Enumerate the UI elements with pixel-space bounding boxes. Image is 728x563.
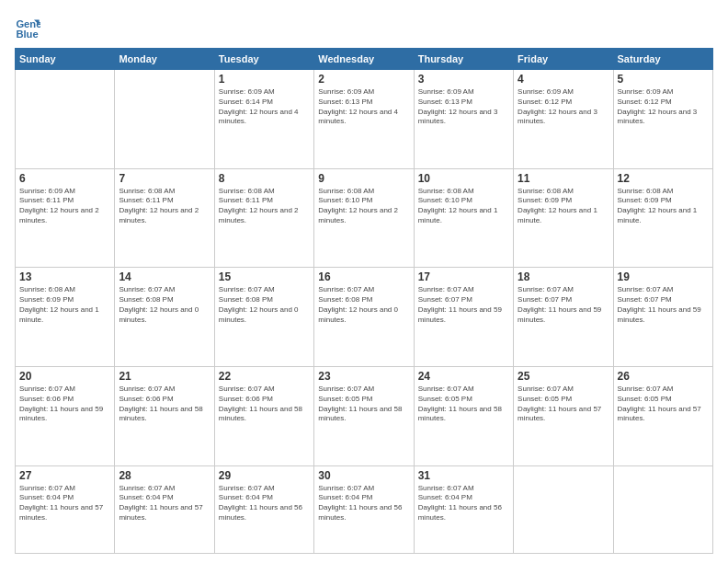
day-number: 24 (418, 370, 509, 383)
day-number: 30 (318, 469, 409, 482)
day-cell: 13Sunrise: 6:08 AM Sunset: 6:09 PM Dayli… (16, 268, 115, 367)
day-number: 9 (318, 172, 409, 185)
day-info: Sunrise: 6:07 AM Sunset: 6:05 PM Dayligh… (318, 385, 409, 424)
day-number: 6 (19, 172, 110, 185)
day-number: 12 (618, 172, 709, 185)
day-info: Sunrise: 6:07 AM Sunset: 6:06 PM Dayligh… (119, 385, 210, 424)
day-info: Sunrise: 6:07 AM Sunset: 6:08 PM Dayligh… (119, 285, 210, 325)
day-cell: 8Sunrise: 6:08 AM Sunset: 6:11 PM Daylig… (214, 168, 313, 268)
header: General Blue (15, 15, 713, 40)
day-info: Sunrise: 6:08 AM Sunset: 6:11 PM Dayligh… (119, 187, 210, 226)
day-cell: 11Sunrise: 6:08 AM Sunset: 6:09 PM Dayli… (514, 168, 613, 268)
day-number: 21 (119, 370, 210, 383)
day-number: 4 (518, 73, 609, 86)
day-info: Sunrise: 6:08 AM Sunset: 6:10 PM Dayligh… (318, 187, 409, 226)
week-row-2: 6Sunrise: 6:09 AM Sunset: 6:11 PM Daylig… (16, 168, 713, 268)
day-number: 10 (418, 172, 509, 185)
day-cell: 4Sunrise: 6:09 AM Sunset: 6:12 PM Daylig… (514, 70, 613, 169)
day-number: 15 (219, 270, 310, 283)
weekday-header-monday: Monday (115, 49, 214, 70)
day-cell (514, 465, 613, 553)
day-number: 7 (119, 172, 210, 185)
day-cell: 18Sunrise: 6:07 AM Sunset: 6:07 PM Dayli… (514, 268, 613, 367)
day-number: 8 (219, 172, 310, 185)
day-number: 1 (219, 73, 310, 86)
day-cell: 23Sunrise: 6:07 AM Sunset: 6:05 PM Dayli… (314, 366, 414, 465)
day-info: Sunrise: 6:07 AM Sunset: 6:05 PM Dayligh… (618, 385, 709, 424)
day-cell: 6Sunrise: 6:09 AM Sunset: 6:11 PM Daylig… (16, 168, 115, 268)
day-info: Sunrise: 6:07 AM Sunset: 6:04 PM Dayligh… (119, 484, 210, 523)
day-number: 2 (318, 73, 409, 86)
day-info: Sunrise: 6:07 AM Sunset: 6:04 PM Dayligh… (318, 484, 409, 523)
day-number: 29 (219, 469, 310, 482)
day-cell: 17Sunrise: 6:07 AM Sunset: 6:07 PM Dayli… (414, 268, 513, 367)
day-cell: 14Sunrise: 6:07 AM Sunset: 6:08 PM Dayli… (115, 268, 214, 367)
day-cell: 27Sunrise: 6:07 AM Sunset: 6:04 PM Dayli… (16, 465, 115, 553)
weekday-header-row: SundayMondayTuesdayWednesdayThursdayFrid… (16, 49, 713, 70)
day-number: 3 (418, 73, 509, 86)
day-info: Sunrise: 6:08 AM Sunset: 6:09 PM Dayligh… (518, 187, 609, 226)
day-cell (115, 70, 214, 169)
day-info: Sunrise: 6:09 AM Sunset: 6:12 PM Dayligh… (518, 87, 609, 127)
day-cell: 31Sunrise: 6:07 AM Sunset: 6:04 PM Dayli… (414, 465, 513, 553)
day-cell: 26Sunrise: 6:07 AM Sunset: 6:05 PM Dayli… (613, 366, 712, 465)
day-number: 31 (418, 469, 509, 482)
day-number: 25 (518, 370, 609, 383)
day-info: Sunrise: 6:09 AM Sunset: 6:13 PM Dayligh… (318, 87, 409, 127)
day-number: 17 (418, 270, 509, 283)
calendar-table: SundayMondayTuesdayWednesdayThursdayFrid… (15, 48, 713, 554)
day-number: 5 (618, 73, 709, 86)
weekday-header-thursday: Thursday (414, 49, 513, 70)
day-number: 18 (518, 270, 609, 283)
day-cell: 5Sunrise: 6:09 AM Sunset: 6:12 PM Daylig… (613, 70, 712, 169)
day-number: 22 (219, 370, 310, 383)
day-cell: 20Sunrise: 6:07 AM Sunset: 6:06 PM Dayli… (16, 366, 115, 465)
day-cell: 19Sunrise: 6:07 AM Sunset: 6:07 PM Dayli… (613, 268, 712, 367)
day-info: Sunrise: 6:07 AM Sunset: 6:04 PM Dayligh… (418, 484, 509, 523)
day-info: Sunrise: 6:09 AM Sunset: 6:13 PM Dayligh… (418, 87, 509, 127)
logo: General Blue (15, 15, 44, 40)
day-cell: 21Sunrise: 6:07 AM Sunset: 6:06 PM Dayli… (115, 366, 214, 465)
day-info: Sunrise: 6:09 AM Sunset: 6:14 PM Dayligh… (219, 87, 310, 127)
day-info: Sunrise: 6:07 AM Sunset: 6:05 PM Dayligh… (518, 385, 609, 424)
day-cell: 1Sunrise: 6:09 AM Sunset: 6:14 PM Daylig… (214, 70, 313, 169)
day-number: 14 (119, 270, 210, 283)
day-cell: 3Sunrise: 6:09 AM Sunset: 6:13 PM Daylig… (414, 70, 513, 169)
day-info: Sunrise: 6:09 AM Sunset: 6:12 PM Dayligh… (618, 87, 709, 127)
day-cell: 10Sunrise: 6:08 AM Sunset: 6:10 PM Dayli… (414, 168, 513, 268)
day-cell: 15Sunrise: 6:07 AM Sunset: 6:08 PM Dayli… (214, 268, 313, 367)
weekday-header-wednesday: Wednesday (314, 49, 414, 70)
day-info: Sunrise: 6:08 AM Sunset: 6:11 PM Dayligh… (219, 187, 310, 226)
page: General Blue SundayMondayTuesdayWednesda… (0, 0, 728, 563)
day-cell: 25Sunrise: 6:07 AM Sunset: 6:05 PM Dayli… (514, 366, 613, 465)
day-info: Sunrise: 6:07 AM Sunset: 6:05 PM Dayligh… (418, 385, 509, 424)
day-info: Sunrise: 6:07 AM Sunset: 6:06 PM Dayligh… (19, 385, 110, 424)
day-number: 16 (318, 270, 409, 283)
weekday-header-saturday: Saturday (613, 49, 712, 70)
day-number: 20 (19, 370, 110, 383)
day-cell: 22Sunrise: 6:07 AM Sunset: 6:06 PM Dayli… (214, 366, 313, 465)
day-cell: 7Sunrise: 6:08 AM Sunset: 6:11 PM Daylig… (115, 168, 214, 268)
day-number: 23 (318, 370, 409, 383)
day-cell: 12Sunrise: 6:08 AM Sunset: 6:09 PM Dayli… (613, 168, 712, 268)
day-cell: 30Sunrise: 6:07 AM Sunset: 6:04 PM Dayli… (314, 465, 414, 553)
day-info: Sunrise: 6:08 AM Sunset: 6:09 PM Dayligh… (19, 285, 110, 325)
weekday-header-tuesday: Tuesday (214, 49, 313, 70)
day-info: Sunrise: 6:07 AM Sunset: 6:04 PM Dayligh… (19, 484, 110, 523)
day-number: 27 (19, 469, 110, 482)
day-info: Sunrise: 6:08 AM Sunset: 6:10 PM Dayligh… (418, 187, 509, 226)
week-row-4: 20Sunrise: 6:07 AM Sunset: 6:06 PM Dayli… (16, 366, 713, 465)
day-info: Sunrise: 6:07 AM Sunset: 6:08 PM Dayligh… (318, 285, 409, 325)
week-row-1: 1Sunrise: 6:09 AM Sunset: 6:14 PM Daylig… (16, 70, 713, 169)
day-number: 28 (119, 469, 210, 482)
day-cell: 24Sunrise: 6:07 AM Sunset: 6:05 PM Dayli… (414, 366, 513, 465)
svg-text:Blue: Blue (16, 29, 38, 40)
day-info: Sunrise: 6:09 AM Sunset: 6:11 PM Dayligh… (19, 187, 110, 226)
day-cell: 28Sunrise: 6:07 AM Sunset: 6:04 PM Dayli… (115, 465, 214, 553)
day-cell: 16Sunrise: 6:07 AM Sunset: 6:08 PM Dayli… (314, 268, 414, 367)
week-row-3: 13Sunrise: 6:08 AM Sunset: 6:09 PM Dayli… (16, 268, 713, 367)
day-info: Sunrise: 6:07 AM Sunset: 6:06 PM Dayligh… (219, 385, 310, 424)
day-number: 26 (618, 370, 709, 383)
day-number: 13 (19, 270, 110, 283)
day-number: 11 (518, 172, 609, 185)
